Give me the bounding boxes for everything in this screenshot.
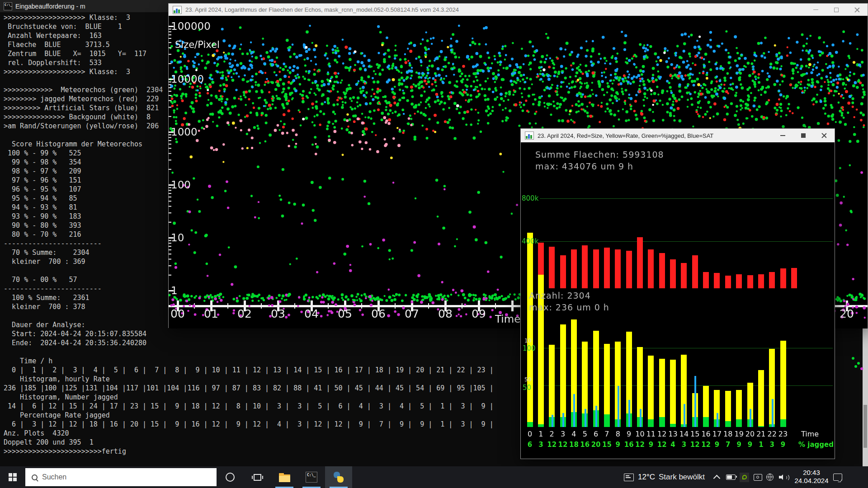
hour-label: 5 bbox=[580, 430, 590, 438]
x-tick-label: 05 bbox=[331, 307, 359, 320]
close-button[interactable] bbox=[847, 4, 868, 16]
minimize-button[interactable] bbox=[805, 4, 826, 16]
pct-label: 12 bbox=[547, 441, 557, 449]
y-tick-label: 10000 bbox=[171, 73, 204, 85]
bar bbox=[659, 417, 665, 427]
ytick-10: 10 bbox=[524, 338, 531, 344]
pct-label: 9 bbox=[712, 441, 722, 449]
search-input[interactable]: Suchen bbox=[25, 468, 217, 486]
x-tick-label: 00 bbox=[169, 307, 191, 320]
start-button[interactable] bbox=[0, 466, 25, 488]
maximize-icon bbox=[834, 8, 839, 12]
hour-label: 4 bbox=[568, 430, 579, 438]
x-tick-label: 07 bbox=[398, 307, 425, 320]
minimize-icon bbox=[813, 9, 818, 10]
cortana-button[interactable] bbox=[217, 466, 244, 488]
hour-label: 10 bbox=[635, 430, 646, 438]
task-view-icon bbox=[254, 474, 261, 481]
pct-label: 20 bbox=[590, 441, 601, 449]
weather-text: Stark bewölkt bbox=[659, 473, 705, 482]
notification-icon bbox=[833, 474, 842, 481]
task-view-button[interactable] bbox=[244, 466, 271, 488]
maximize-button[interactable] bbox=[793, 129, 814, 142]
x-tick-label: 20 bbox=[833, 307, 860, 320]
python-icon bbox=[333, 472, 344, 483]
x-tick-label: 06 bbox=[365, 307, 392, 320]
notification-center-button[interactable] bbox=[833, 466, 842, 488]
bar bbox=[758, 274, 764, 288]
y-tick-label: 10 bbox=[171, 232, 184, 244]
hour-label: 19 bbox=[734, 430, 745, 438]
y-tick-label: 1 bbox=[171, 285, 178, 296]
bars-titlebar[interactable]: 23. April 2024, Red=Size, Yellow=Rate, G… bbox=[521, 129, 835, 142]
bar bbox=[670, 259, 676, 288]
network-globe-icon bbox=[766, 474, 774, 481]
pct-label: 6 bbox=[524, 441, 535, 449]
sum-flaechen-label: Summe Flaechen: 5993108 bbox=[535, 150, 664, 160]
max-flaeche-label: max: 434076 um 9 h bbox=[535, 161, 633, 171]
explorer-button[interactable] bbox=[271, 466, 298, 488]
bar bbox=[791, 268, 797, 288]
battery-button[interactable] bbox=[726, 466, 736, 488]
hour-label: 23 bbox=[778, 430, 788, 438]
pct-label: 16 bbox=[580, 441, 590, 449]
hour-label: 7 bbox=[601, 430, 612, 438]
close-icon bbox=[854, 7, 860, 13]
scatter-window-title: 23. April 2024, Logarithmus der Flaechen… bbox=[185, 6, 459, 13]
network-button[interactable] bbox=[766, 466, 774, 488]
x-tick-label: 08 bbox=[432, 307, 459, 320]
scatter-titlebar[interactable]: 23. April 2024, Logarithmus der Flaechen… bbox=[169, 4, 868, 16]
hour-label: 21 bbox=[755, 430, 766, 438]
clock-time: 20:43 bbox=[792, 469, 831, 477]
hour-label: 22 bbox=[767, 430, 778, 438]
tray-overflow-button[interactable] bbox=[714, 466, 719, 488]
bar bbox=[648, 419, 654, 427]
bar bbox=[585, 409, 586, 427]
nvidia-tray-button[interactable] bbox=[740, 466, 749, 488]
chevron-up-icon bbox=[713, 474, 721, 482]
scrollbar-thumb[interactable] bbox=[863, 405, 867, 448]
bar bbox=[684, 404, 685, 427]
bar bbox=[648, 356, 654, 427]
ytick-50-dim: 50 bbox=[524, 376, 531, 383]
bar bbox=[714, 273, 720, 288]
bar bbox=[692, 255, 698, 288]
hour-label: 1 bbox=[535, 430, 546, 438]
max-rate-label: max: 236 um 0 h bbox=[529, 302, 609, 312]
y-tick-label: 1000 bbox=[171, 126, 198, 138]
console-window-title: Eingabeaufforderung - m bbox=[15, 3, 85, 10]
close-button[interactable] bbox=[814, 129, 835, 142]
bar bbox=[694, 376, 696, 427]
hour-label: 11 bbox=[646, 430, 656, 438]
plot-app-icon bbox=[525, 131, 534, 140]
display-cast-button[interactable] bbox=[754, 466, 762, 488]
bars-window-title: 23. April 2024, Red=Size, Yellow=Rate, G… bbox=[538, 132, 713, 139]
cortana-icon bbox=[226, 473, 235, 482]
bar bbox=[562, 413, 564, 427]
taskbar: Suchen 12°C Stark bewölkt 20:43 24.04.20… bbox=[0, 466, 868, 488]
anzahl-label: Anzahl: 2304 bbox=[529, 291, 591, 300]
cmd-taskbar-button[interactable] bbox=[298, 466, 325, 488]
x-tick-label: 03 bbox=[264, 307, 292, 320]
ytick-50: 50 bbox=[523, 384, 531, 392]
minimize-icon bbox=[780, 135, 785, 136]
bar bbox=[595, 406, 597, 427]
x-tick-label: 02 bbox=[231, 307, 258, 320]
x-tick-label: 01 bbox=[198, 307, 225, 320]
minimize-button[interactable] bbox=[772, 129, 793, 142]
hour-label: 18 bbox=[722, 430, 733, 438]
maximize-button[interactable] bbox=[826, 4, 847, 16]
hour-label: 9 bbox=[623, 430, 634, 438]
search-icon bbox=[32, 474, 38, 480]
console-scrollbar[interactable] bbox=[863, 328, 868, 466]
volume-button[interactable] bbox=[779, 466, 788, 488]
search-placeholder: Suchen bbox=[42, 473, 66, 481]
bar bbox=[637, 237, 643, 288]
bar bbox=[538, 424, 544, 427]
taskbar-clock[interactable]: 20:43 24.04.2024 bbox=[792, 466, 831, 488]
python-taskbar-button[interactable] bbox=[325, 466, 352, 488]
hour-label: 13 bbox=[668, 430, 679, 438]
news-weather-widget[interactable]: 12°C Stark bewölkt bbox=[624, 466, 705, 488]
clock-date: 24.04.2024 bbox=[792, 477, 831, 485]
pct-label: 9 bbox=[745, 441, 755, 449]
